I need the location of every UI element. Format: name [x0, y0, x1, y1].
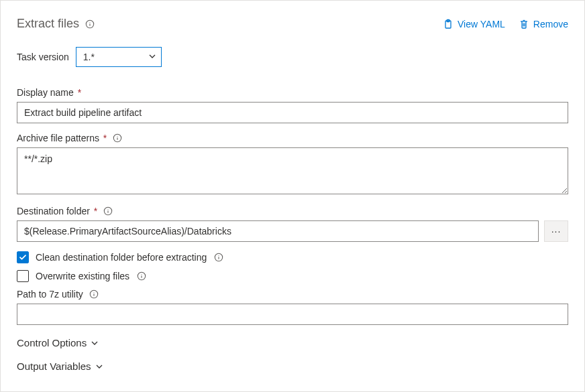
view-yaml-button[interactable]: View YAML: [443, 19, 505, 29]
archive-patterns-info-icon[interactable]: [112, 133, 123, 143]
overwrite-files-row: Overwrite existing files: [17, 270, 568, 282]
clean-destination-checkbox[interactable]: [17, 251, 29, 263]
archive-patterns-group: Archive file patterns *: [17, 133, 568, 196]
svg-point-2: [90, 21, 91, 22]
path-7z-info-icon[interactable]: [89, 289, 99, 300]
panel-header: Extract files View YAML Remove: [17, 17, 568, 31]
path-7z-group: Path to 7z utility: [17, 289, 568, 325]
task-version-label: Task version: [17, 52, 69, 62]
destination-folder-label: Destination folder *: [17, 206, 97, 216]
svg-point-12: [108, 209, 109, 210]
overwrite-files-label: Overwrite existing files: [36, 271, 129, 281]
svg-point-15: [219, 255, 219, 256]
clean-destination-row: Clean destination folder before extracti…: [17, 251, 568, 263]
output-variables-section[interactable]: Output Variables: [17, 361, 568, 372]
clean-destination-info-icon[interactable]: [213, 252, 224, 263]
chevron-down-icon: [91, 339, 99, 347]
check-icon: [19, 253, 27, 261]
destination-folder-input[interactable]: [17, 220, 539, 242]
svg-point-18: [142, 274, 142, 275]
archive-patterns-input[interactable]: [17, 147, 568, 194]
task-version-select[interactable]: 1.*: [76, 47, 162, 67]
display-name-group: Display name *: [17, 87, 568, 123]
overwrite-files-checkbox[interactable]: [17, 270, 29, 282]
path-7z-input[interactable]: [17, 304, 568, 325]
control-options-section[interactable]: Control Options: [17, 337, 568, 348]
display-name-input[interactable]: [17, 102, 568, 123]
header-actions: View YAML Remove: [443, 19, 568, 29]
task-config-panel: Extract files View YAML Remove Task vers…: [0, 0, 585, 392]
task-version-row: Task version 1.*: [17, 47, 568, 67]
title-info-icon[interactable]: [85, 19, 95, 29]
path-7z-label: Path to 7z utility: [17, 289, 83, 300]
destination-folder-group: Destination folder * ···: [17, 206, 568, 242]
display-name-label: Display name *: [17, 87, 81, 98]
overwrite-files-info-icon[interactable]: [136, 271, 147, 281]
chevron-down-icon: [95, 363, 103, 371]
clean-destination-label: Clean destination folder before extracti…: [36, 252, 207, 263]
remove-button[interactable]: Remove: [519, 19, 568, 29]
clipboard-icon: [443, 19, 454, 29]
svg-point-9: [117, 136, 118, 137]
destination-folder-info-icon[interactable]: [103, 206, 113, 216]
page-title: Extract files: [17, 17, 79, 31]
svg-point-21: [93, 292, 94, 293]
header-left: Extract files: [17, 17, 95, 31]
trash-icon: [519, 19, 529, 29]
archive-patterns-label: Archive file patterns *: [17, 133, 107, 143]
browse-folder-button[interactable]: ···: [544, 220, 568, 242]
